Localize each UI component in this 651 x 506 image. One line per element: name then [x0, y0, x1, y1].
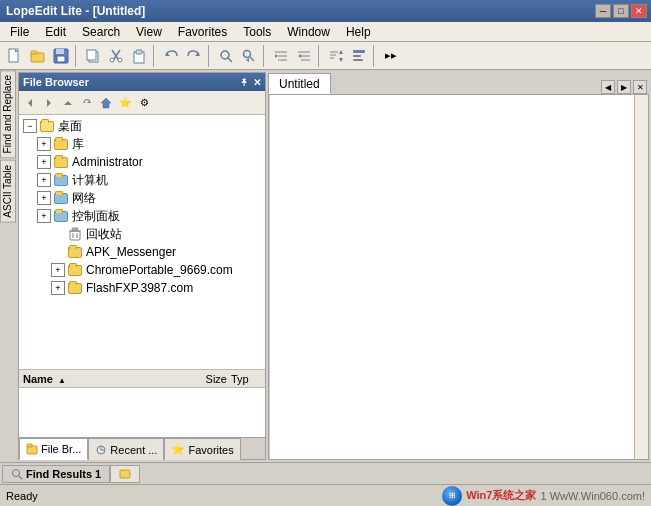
fb-refresh[interactable] [78, 94, 96, 112]
tree-item-library[interactable]: + 库 [19, 135, 265, 153]
svg-line-18 [228, 58, 232, 62]
fb-tab-favorites[interactable]: ⭐ Favorites [164, 438, 240, 460]
tree-item-recycle[interactable]: 回收站 [19, 225, 265, 243]
save-icon [53, 48, 69, 64]
editor-tab-label: Untitled [279, 77, 320, 91]
fb-nav-back[interactable] [21, 94, 39, 112]
new-button[interactable] [4, 45, 26, 67]
expand-network[interactable]: + [37, 191, 51, 205]
tree-item-controlpanel[interactable]: + 控制面板 [19, 207, 265, 225]
menu-edit[interactable]: Edit [37, 22, 74, 41]
editor-text-area[interactable] [270, 95, 634, 459]
editor-area: Untitled ◀ ▶ ✕ [268, 72, 649, 460]
paste-button[interactable] [128, 45, 150, 67]
maximize-button[interactable]: □ [613, 4, 629, 18]
close-button[interactable]: ✕ [631, 4, 647, 18]
find-replace-tab[interactable]: Find and Replace [0, 70, 16, 158]
replace-button[interactable] [238, 45, 260, 67]
menu-view[interactable]: View [128, 22, 170, 41]
tree-item-label: 库 [72, 136, 84, 153]
expand-flash[interactable]: + [51, 281, 65, 295]
more-button[interactable]: ▸▸ [380, 45, 402, 67]
menu-file[interactable]: File [2, 22, 37, 41]
tab-close-button[interactable]: ✕ [633, 80, 647, 94]
outdent-button[interactable] [293, 45, 315, 67]
svg-rect-35 [353, 55, 361, 57]
tree-item-label: Administrator [72, 155, 143, 169]
fb-close-button[interactable]: ✕ [253, 77, 261, 88]
format-button[interactable] [348, 45, 370, 67]
tree-item-desktop[interactable]: − 桌面 [19, 117, 265, 135]
expand-computer[interactable]: + [37, 173, 51, 187]
tree-item-network[interactable]: + 网络 [19, 189, 265, 207]
undo-button[interactable] [160, 45, 182, 67]
cut-button[interactable] [105, 45, 127, 67]
folder-computer-icon [53, 173, 69, 187]
editor-vertical-scrollbar[interactable] [634, 95, 648, 459]
folder-controlpanel-icon [53, 209, 69, 223]
toolbar-sep-4 [263, 45, 267, 67]
ascii-table-tab[interactable]: ASCII Table [0, 160, 16, 223]
fb-tab-recent-label: Recent ... [110, 444, 157, 456]
expand-library[interactable]: + [37, 137, 51, 151]
tab-next-button[interactable]: ▶ [617, 80, 631, 94]
minimize-button[interactable]: ─ [595, 4, 611, 18]
tree-item-label: APK_Messenger [86, 245, 176, 259]
folder-desktop-icon [39, 119, 55, 133]
redo-button[interactable] [183, 45, 205, 67]
editor-content [268, 94, 649, 460]
find-button[interactable] [215, 45, 237, 67]
editor-tab-untitled[interactable]: Untitled [268, 73, 331, 94]
expand-desktop[interactable]: − [23, 119, 37, 133]
menu-window[interactable]: Window [279, 22, 338, 41]
indent-icon [273, 48, 289, 64]
fb-nav-forward[interactable] [40, 94, 58, 112]
fb-favorite[interactable]: ⭐ [116, 94, 134, 112]
menu-favorites[interactable]: Favorites [170, 22, 235, 41]
bottom-tab-find-results-label: Find Results 1 [26, 468, 101, 480]
paste-icon [131, 48, 147, 64]
fb-list-area [19, 387, 265, 437]
expand-chrome[interactable]: + [51, 263, 65, 277]
editor-tab-controls: ◀ ▶ ✕ [601, 80, 649, 94]
tree-item-label: 桌面 [58, 118, 82, 135]
file-browser-header: File Browser 🖈 ✕ [19, 73, 265, 91]
menu-search[interactable]: Search [74, 22, 128, 41]
redo-icon [186, 48, 202, 64]
indent-button[interactable] [270, 45, 292, 67]
recycle-icon [67, 227, 83, 241]
expand-controlpanel[interactable]: + [37, 209, 51, 223]
svg-rect-48 [27, 444, 32, 447]
bottom-tab-find-results[interactable]: Find Results 1 [2, 465, 110, 483]
tree-item-computer[interactable]: + 计算机 [19, 171, 265, 189]
fb-settings[interactable]: ⚙ [135, 94, 153, 112]
fb-pin-button[interactable]: 🖈 [239, 77, 249, 88]
tree-item-administrator[interactable]: + Administrator [19, 153, 265, 171]
cut-icon [108, 48, 124, 64]
fb-home[interactable] [97, 94, 115, 112]
tree-item-chrome[interactable]: + ChromePortable_9669.com [19, 261, 265, 279]
expand-administrator[interactable]: + [37, 155, 51, 169]
bottom-tab-extra[interactable] [110, 465, 140, 483]
sort-button[interactable] [325, 45, 347, 67]
menu-help[interactable]: Help [338, 22, 379, 41]
fb-nav-up[interactable] [59, 94, 77, 112]
svg-rect-44 [72, 228, 78, 230]
fb-tab-filebr[interactable]: File Br... [19, 438, 88, 460]
fb-toolbar: ⭐ ⚙ [19, 91, 265, 115]
col-type-header[interactable]: Typ [231, 373, 261, 385]
fb-tab-recent[interactable]: Recent ... [88, 438, 164, 460]
tab-prev-button[interactable]: ◀ [601, 80, 615, 94]
tree-item-flash[interactable]: + FlashFXP.3987.com [19, 279, 265, 297]
toolbar-sep-5 [318, 45, 322, 67]
col-size-header[interactable]: Size [187, 373, 227, 385]
menu-tools[interactable]: Tools [235, 22, 279, 41]
status-extra-text: 1 WwW.Win060.com! [540, 490, 645, 502]
col-name-header[interactable]: Name ▲ [23, 373, 187, 385]
svg-rect-14 [136, 50, 142, 54]
tree-item-apk[interactable]: APK_Messenger [19, 243, 265, 261]
copy-button[interactable] [82, 45, 104, 67]
save-button[interactable] [50, 45, 72, 67]
open-button[interactable] [27, 45, 49, 67]
svg-rect-42 [70, 231, 80, 240]
